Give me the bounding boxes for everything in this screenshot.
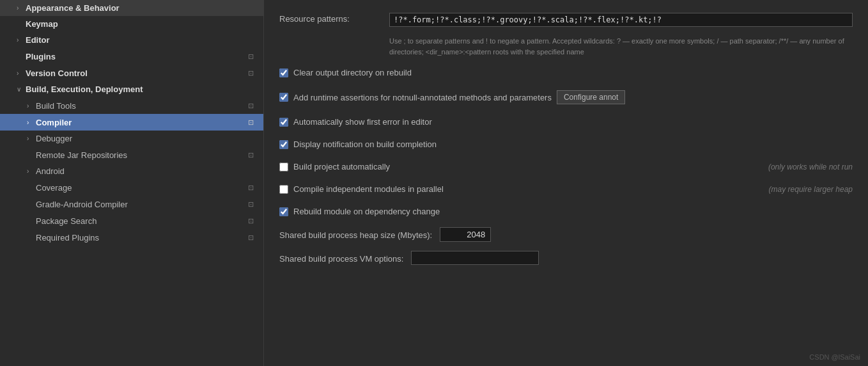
chevron-icon bbox=[27, 152, 36, 159]
chevron-icon: › bbox=[17, 70, 26, 77]
chevron-down-icon: ∨ bbox=[17, 86, 26, 93]
vm-options-input[interactable] bbox=[411, 251, 539, 265]
chevron-icon bbox=[27, 234, 36, 241]
sidebar-item-label: Editor bbox=[26, 35, 256, 45]
sidebar-item-required-plugins[interactable]: Required Plugins ⊡ bbox=[0, 229, 263, 246]
sidebar-item-android[interactable]: › Android bbox=[0, 163, 263, 179]
chevron-icon: › bbox=[27, 119, 36, 126]
sidebar-item-label: Plugins bbox=[26, 52, 245, 61]
rebuild-module-checkbox[interactable] bbox=[279, 207, 288, 216]
display-notification-checkbox[interactable] bbox=[279, 140, 288, 149]
runtime-assertions-row: Add runtime assertions for notnull-annot… bbox=[279, 88, 853, 106]
build-automatically-note: (only works while not run bbox=[756, 163, 853, 171]
sidebar-item-remote-jar[interactable]: Remote Jar Repositories ⊡ bbox=[0, 147, 263, 163]
sidebar-item-label: Build Tools bbox=[36, 101, 245, 111]
sidebar-item-label: Coverage bbox=[36, 183, 245, 193]
runtime-assertions-label: Add runtime assertions for notnull-annot… bbox=[293, 93, 552, 102]
settings-icon: ⊡ bbox=[245, 68, 256, 78]
build-automatically-label: Build project automatically bbox=[293, 162, 390, 171]
sidebar-item-plugins[interactable]: Plugins ⊡ bbox=[0, 48, 263, 65]
sidebar-item-label: Appearance & Behavior bbox=[26, 3, 256, 13]
display-notification-label: Display notification on build completion bbox=[293, 139, 437, 149]
vm-options-label: Shared build process VM options: bbox=[279, 253, 403, 264]
sidebar-item-keymap[interactable]: Keymap bbox=[0, 16, 263, 32]
chevron-icon: › bbox=[27, 168, 36, 175]
settings-icon: ⊡ bbox=[245, 150, 256, 160]
build-automatically-checkbox[interactable] bbox=[279, 163, 288, 171]
settings-icon: ⊡ bbox=[245, 199, 256, 209]
main-content: Resource patterns: Use ; to separate pat… bbox=[264, 0, 868, 366]
rebuild-module-row: Rebuild module on dependency change bbox=[279, 205, 853, 218]
helper-text-row: Use ; to separate patterns and ! to nega… bbox=[279, 36, 853, 57]
resource-patterns-row: Resource patterns: bbox=[279, 13, 853, 27]
clear-output-row: Clear output directory on rebuild bbox=[279, 66, 853, 79]
heap-size-row: Shared build process heap size (Mbytes): bbox=[279, 227, 853, 242]
display-notification-row: Display notification on build completion bbox=[279, 138, 853, 151]
sidebar-item-coverage[interactable]: Coverage ⊡ bbox=[0, 179, 263, 196]
resource-helper-text: Use ; to separate patterns and ! to nega… bbox=[389, 36, 853, 57]
compile-parallel-note: (may require larger heap bbox=[756, 185, 853, 194]
settings-icon: ⊡ bbox=[245, 232, 256, 243]
chevron-icon: › bbox=[27, 102, 36, 109]
clear-output-checkbox[interactable] bbox=[279, 68, 288, 77]
sidebar-item-label: Debugger bbox=[36, 134, 256, 143]
build-automatically-row: Build project automatically (only works … bbox=[279, 160, 853, 173]
sidebar-item-build-tools[interactable]: › Build Tools ⊡ bbox=[0, 97, 263, 114]
sidebar-item-label: Compiler bbox=[36, 118, 245, 127]
show-first-error-checkbox[interactable] bbox=[279, 118, 288, 127]
chevron-icon bbox=[17, 20, 26, 28]
chevron-icon: › bbox=[17, 36, 26, 44]
heap-size-input[interactable] bbox=[440, 227, 491, 242]
chevron-icon bbox=[27, 218, 36, 225]
heap-size-label: Shared build process heap size (Mbytes): bbox=[279, 229, 432, 240]
rebuild-module-label: Rebuild module on dependency change bbox=[293, 207, 440, 216]
clear-output-label: Clear output directory on rebuild bbox=[293, 68, 412, 77]
sidebar-item-editor[interactable]: › Editor bbox=[0, 32, 263, 48]
resource-patterns-label: Resource patterns: bbox=[279, 13, 382, 24]
chevron-icon: › bbox=[17, 4, 26, 12]
chevron-icon bbox=[17, 53, 26, 60]
sidebar-item-label: Build, Execution, Deployment bbox=[26, 84, 256, 94]
sidebar-item-compiler[interactable]: › Compiler ⊡ bbox=[0, 114, 263, 131]
sidebar-item-appearance[interactable]: › Appearance & Behavior bbox=[0, 0, 263, 16]
compile-parallel-label: Compile independent modules in parallel bbox=[293, 184, 444, 194]
sidebar-item-label: Package Search bbox=[36, 216, 245, 226]
settings-icon: ⊡ bbox=[245, 100, 256, 111]
sidebar-item-label: Keymap bbox=[26, 19, 256, 29]
sidebar: › Appearance & Behavior Keymap › Editor … bbox=[0, 0, 264, 366]
settings-icon: ⊡ bbox=[245, 216, 256, 226]
resource-patterns-input[interactable] bbox=[389, 13, 853, 27]
chevron-icon: › bbox=[27, 135, 36, 142]
runtime-assertions-checkbox[interactable] bbox=[279, 93, 288, 102]
sidebar-item-label: Gradle-Android Compiler bbox=[36, 200, 245, 209]
show-first-error-label: Automatically show first error in editor bbox=[293, 117, 432, 127]
sidebar-item-gradle-android[interactable]: Gradle-Android Compiler ⊡ bbox=[0, 196, 263, 212]
sidebar-item-version-control[interactable]: › Version Control ⊡ bbox=[0, 65, 263, 81]
sidebar-item-label: Remote Jar Repositories bbox=[36, 150, 245, 160]
chevron-icon bbox=[27, 184, 36, 191]
settings-icon: ⊡ bbox=[245, 117, 256, 127]
sidebar-item-package-search[interactable]: Package Search ⊡ bbox=[0, 212, 263, 229]
configure-annotations-button[interactable]: Configure annot bbox=[557, 90, 625, 104]
sidebar-item-debugger[interactable]: › Debugger bbox=[0, 131, 263, 147]
sidebar-item-label: Required Plugins bbox=[36, 233, 245, 243]
sidebar-item-label: Android bbox=[36, 166, 256, 176]
watermark: CSDN @lSaiSai bbox=[809, 353, 860, 361]
vm-options-row: Shared build process VM options: bbox=[279, 251, 853, 265]
chevron-icon bbox=[27, 201, 36, 208]
sidebar-item-build-execution[interactable]: ∨ Build, Execution, Deployment bbox=[0, 81, 263, 97]
sidebar-item-label: Version Control bbox=[26, 68, 245, 78]
settings-icon: ⊡ bbox=[245, 51, 256, 61]
compile-parallel-checkbox[interactable] bbox=[279, 185, 288, 194]
settings-icon: ⊡ bbox=[245, 182, 256, 193]
show-first-error-row: Automatically show first error in editor bbox=[279, 115, 853, 129]
compile-parallel-row: Compile independent modules in parallel … bbox=[279, 182, 853, 196]
